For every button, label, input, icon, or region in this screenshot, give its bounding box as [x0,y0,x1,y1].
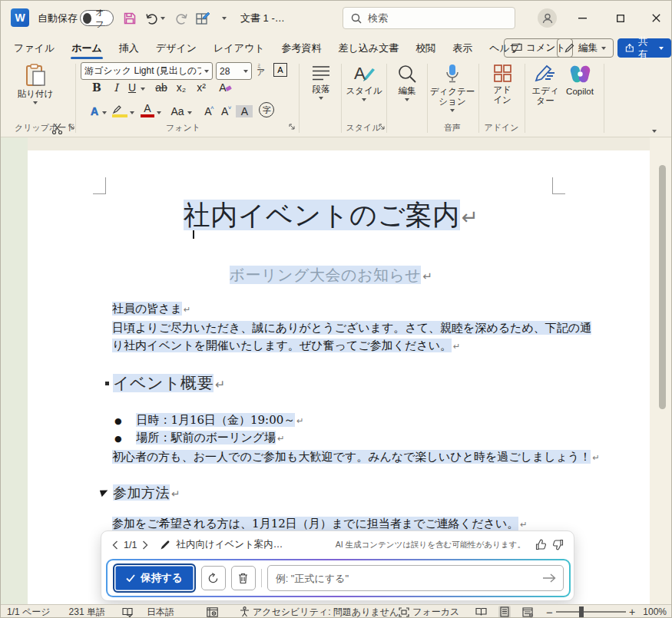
change-case-chevron-icon[interactable] [187,111,192,114]
italic-button[interactable]: I [107,81,125,94]
keep-label: 保持する [141,571,183,585]
doc-paragraph[interactable]: 初心者の方も、お一人でのご参加も大歓迎です。みんなで楽しいひと時を過ごしましょう… [112,450,600,464]
web-layout-button[interactable] [521,606,534,618]
dictation-button[interactable]: ディクテーション [429,64,475,112]
superscript-button[interactable]: x² [191,81,211,94]
tab-view[interactable]: 表示 [444,35,481,61]
maximize-button[interactable] [604,1,637,35]
vertical-scrollbar-thumb[interactable] [659,165,666,409]
doc-bullet-item[interactable]: ● 日時：1月16日（金）19:00～↵ [114,413,304,428]
language-status[interactable]: 日本語 [147,606,174,618]
regenerate-button[interactable] [201,566,226,590]
ruby-button[interactable]: ミア [257,63,265,77]
doc-title-line[interactable]: 社内イベントのご案内↵ [112,197,550,233]
styles-dialog-launcher[interactable] [379,124,386,131]
doc-heading2-line[interactable]: 参加方法↵ [113,484,180,502]
paragraph-group-button[interactable]: 段落 [299,64,343,100]
autosave-toggle[interactable]: オフ [80,10,114,26]
bold-button[interactable]: B [87,81,107,94]
minimize-button[interactable] [565,1,599,35]
zoom-slider[interactable] [556,611,626,613]
clear-formatting-button[interactable]: A [211,81,234,94]
doc-heading1-line[interactable]: イベント概要↵ [113,372,226,394]
underline-dropdown-chevron-icon[interactable] [141,88,145,91]
focus-mode-button[interactable]: フォーカス [399,606,459,618]
canvas-left-margin [1,137,28,604]
text-effects-chevron-icon[interactable] [102,111,107,114]
tab-mailings[interactable]: 差し込み文書 [330,35,408,61]
tab-review[interactable]: 校閲 [407,35,444,61]
character-shading-button[interactable]: A [236,105,253,117]
highlight-chevron-icon[interactable] [130,111,134,114]
ribbon-collapse-button[interactable] [652,122,657,136]
print-layout-button[interactable] [498,606,511,618]
editing-mode-button[interactable]: 編集 [557,38,614,58]
page-count[interactable]: 1/1 ページ [7,606,51,618]
subscript-button[interactable]: x₂ [171,81,191,94]
proofing-status[interactable] [122,607,133,617]
dictation-label: ディクテーション [429,87,475,107]
copilot-panel-header: 1/1 社内向けイベント案内… AI 生成コンテンツは誤りを含む可能性があります… [101,531,574,551]
highlight-color-button[interactable] [112,104,127,117]
doc-paragraph[interactable]: 日頃よりご尽力いただき、誠にありがとうございます。さて、親睦を深めるため、下記の… [112,321,591,335]
discard-button[interactable] [231,566,256,590]
thumbs-up-icon[interactable] [535,539,547,550]
account-avatar[interactable] [538,8,557,28]
editing-group-button[interactable]: 編集 [385,64,429,101]
font-color-chevron-icon[interactable] [157,111,161,114]
tab-layout[interactable]: レイアウト [205,35,273,61]
redo-button[interactable] [172,9,190,28]
doc-paragraph[interactable]: 参加をご希望される方は、1月12日（月）までに担当者までご連絡ください。↵ [112,517,528,531]
tab-references[interactable]: 参考資料 [273,35,330,61]
zoom-out-button[interactable]: − [546,606,553,618]
tab-file[interactable]: ファイル [5,35,63,61]
send-arrow-icon[interactable] [542,573,556,583]
doc-bullet-item[interactable]: ● 場所：駅前のボーリング場↵ [114,431,285,445]
zoom-in-button[interactable]: + [629,606,635,618]
underline-button[interactable]: U [125,81,139,94]
thumbs-down-icon[interactable] [552,539,564,550]
word-logo-icon[interactable]: W [11,8,29,27]
enclose-characters-button[interactable]: A [273,63,287,77]
save-button[interactable] [121,9,139,28]
paste-button[interactable]: 貼り付け [13,64,58,104]
doc-paragraph[interactable]: 社員の皆さま↵ [112,302,191,316]
doc-title-text: 社内イベントのご案内 [184,200,460,230]
grow-font-button[interactable]: A [200,105,217,117]
text-effects-button[interactable]: A [87,105,102,117]
styles-button[interactable]: A スタイル [342,64,386,101]
font-name-combobox[interactable]: 游ゴシック Light (見出しのフォン [81,62,213,80]
clipboard-dialog-launcher[interactable] [68,124,75,131]
draw-table-button[interactable] [194,9,212,28]
close-button[interactable] [639,1,672,35]
addins-button[interactable]: アドイン [480,64,525,105]
copilot-prompt-input[interactable] [267,565,564,591]
undo-button[interactable] [141,9,167,28]
share-button[interactable]: 共有 [617,38,671,58]
tab-insert[interactable]: 挿入 [111,35,147,61]
strikethrough-button[interactable]: ab [151,81,171,94]
doc-subtitle-line[interactable]: ボーリング大会のお知らせ↵ [112,265,550,286]
read-mode-button[interactable] [475,606,487,618]
nav-next-icon[interactable] [142,540,148,550]
change-case-button[interactable]: Aa [167,105,187,117]
editor-button[interactable]: エディター [526,64,564,106]
zoom-level[interactable]: 100% [643,606,667,617]
styles-group-label: スタイル [345,122,382,134]
macro-record-button[interactable] [207,607,218,617]
tab-home[interactable]: ホーム [63,35,111,61]
enclose-character-button[interactable]: 字 [259,102,274,117]
accessibility-status[interactable]: アクセシビリティ: 問題ありません [240,606,399,618]
zoom-slider-thumb[interactable] [579,606,584,617]
tab-design[interactable]: デザイン [147,35,205,61]
font-size-combobox[interactable]: 28 [216,62,252,80]
nav-previous-icon[interactable] [112,540,118,550]
font-color-button[interactable]: A [141,102,154,117]
keep-button[interactable]: 保持する [113,563,196,593]
font-dialog-launcher[interactable] [289,124,296,131]
search-input[interactable]: 検索 [343,7,515,29]
word-count[interactable]: 231 単語 [69,606,105,618]
copilot-button[interactable]: Copilot [560,64,600,97]
doc-paragraph[interactable]: り社内イベントを開催いたします。ぜひ奮ってご参加ください。↵ [112,339,460,353]
qat-customize-button[interactable] [217,9,232,28]
